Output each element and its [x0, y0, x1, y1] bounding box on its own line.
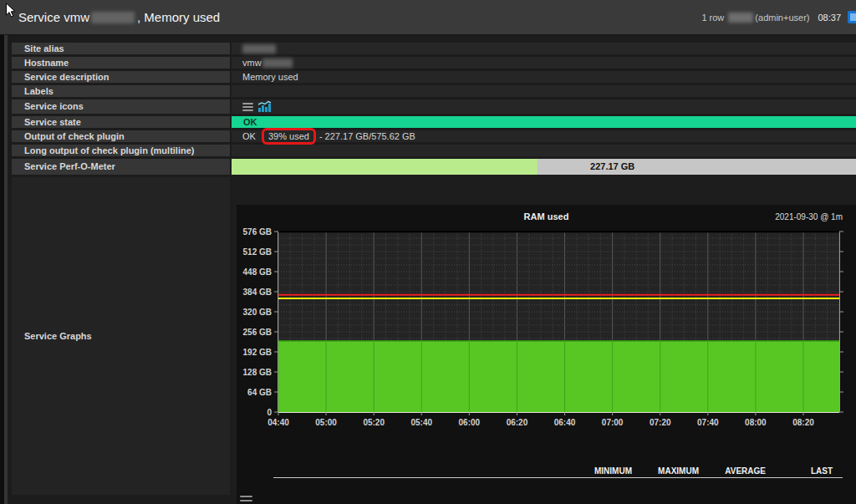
table-row-service-icons: Service icons — [12, 99, 856, 114]
table-row-service-graphs: Service Graphs RAM used 2021-09-30 @ 1m … — [12, 177, 856, 495]
left-strip — [4, 35, 8, 504]
svg-text:64 GB: 64 GB — [247, 388, 272, 397]
svg-text:512 GB: 512 GB — [243, 247, 272, 257]
svg-text:448 GB: 448 GB — [243, 267, 272, 277]
output-detail: - 227.17 GB/575.62 GB — [319, 130, 415, 142]
svg-text:192 GB: 192 GB — [243, 348, 272, 357]
row-label: Site alias — [12, 43, 230, 54]
graph-legend: MINIMUM MAXIMUM AVERAGE LAST RAM used 22… — [273, 442, 843, 504]
action-menu-icon[interactable] — [242, 103, 253, 111]
highlighted-text: 39% used — [268, 130, 309, 142]
labels-value — [232, 85, 856, 97]
row-count: 1 row — [701, 13, 724, 23]
svg-text:05:00: 05:00 — [315, 418, 337, 427]
page-title: Service vmw, Memory used — [18, 10, 220, 24]
ram-graph-panel[interactable]: RAM used 2021-09-30 @ 1m 064 GB128 GB192… — [237, 205, 856, 504]
row-label: Service Perf-O-Meter — [12, 159, 230, 175]
legend-header: LAST — [766, 466, 833, 477]
redacted-hostname — [262, 59, 293, 68]
svg-text:320 GB: 320 GB — [243, 308, 272, 317]
highlight-annotation-box: 39% used — [262, 128, 316, 145]
svg-text:07:00: 07:00 — [602, 418, 624, 427]
ram-graph-plot[interactable]: 064 GB128 GB192 GB256 GB320 GB384 GB448 … — [237, 205, 856, 430]
svg-text:07:40: 07:40 — [697, 418, 719, 427]
legend-header: MAXIMUM — [632, 466, 699, 477]
table-row-long-output: Long output of check plugin (multiline) — [12, 145, 856, 156]
svg-text:08:00: 08:00 — [745, 418, 767, 427]
row-label: Hostname — [12, 57, 230, 69]
redacted-hostname-title — [91, 12, 135, 23]
service-graphs-cell: RAM used 2021-09-30 @ 1m 064 GB128 GB192… — [232, 177, 856, 495]
legend-header: AVERAGE — [699, 466, 766, 477]
site-alias-value — [232, 43, 856, 54]
page-title-prefix: Service vmw — [18, 10, 89, 24]
table-row-site-alias: Site alias — [12, 43, 856, 54]
legend-header-row: MINIMUM MAXIMUM AVERAGE LAST — [273, 466, 843, 478]
service-description-value[interactable]: Memory used — [232, 71, 856, 83]
page-title-suffix: , Memory used — [137, 10, 220, 24]
table-row-service-description: Service description Memory used — [12, 71, 856, 83]
help-doc-icon[interactable] — [848, 11, 856, 23]
svg-text:06:20: 06:20 — [507, 418, 528, 427]
clock-time: 08:37 — [818, 13, 841, 23]
perfometer-fill — [232, 159, 538, 175]
svg-text:05:20: 05:20 — [363, 418, 385, 427]
perfometer: 227.17 GB — [232, 159, 856, 175]
service-detail-table: Site alias Hostname vmw Service descript… — [12, 35, 856, 495]
perfometer-value: 227.17 GB — [590, 159, 634, 175]
svg-text:0: 0 — [267, 408, 272, 417]
hostname-value[interactable]: vmw — [232, 57, 856, 69]
row-label: Service state — [12, 116, 230, 128]
graph-menu-icon[interactable] — [238, 494, 254, 504]
table-row-service-state: Service state OK — [12, 116, 856, 128]
svg-text:05:40: 05:40 — [410, 418, 432, 427]
svg-text:04:40: 04:40 — [268, 418, 289, 427]
legend-header: MINIMUM — [565, 466, 632, 477]
svg-text:576 GB: 576 GB — [243, 227, 272, 237]
row-label: Service icons — [12, 99, 230, 114]
svg-text:256 GB: 256 GB — [243, 328, 272, 337]
svg-text:06:40: 06:40 — [554, 418, 576, 427]
table-row-labels: Labels — [12, 85, 856, 97]
mouse-cursor-icon — [5, 3, 17, 19]
table-row-hostname: Hostname vmw — [12, 57, 856, 69]
titlebar-status: 1 row (admin+user)08:37 — [701, 11, 856, 23]
redacted-site-alias — [242, 44, 276, 53]
row-label: Service Graphs — [12, 177, 230, 495]
hostname-prefix: vmw — [242, 57, 262, 69]
table-row-plugin-output: Output of check plugin OK 39% used- 227.… — [12, 130, 856, 142]
svg-text:128 GB: 128 GB — [243, 368, 272, 377]
svg-text:06:00: 06:00 — [459, 418, 481, 427]
svg-text:384 GB: 384 GB — [243, 288, 272, 297]
svg-text:08:20: 08:20 — [792, 418, 814, 427]
title-bar: Service vmw, Memory used 1 row (admin+us… — [0, 0, 856, 35]
user-role: (admin+user) — [755, 13, 809, 23]
row-label: Output of check plugin — [12, 130, 230, 142]
redacted-username — [728, 13, 753, 23]
row-label: Service description — [12, 71, 230, 83]
service-state-badge: OK — [232, 116, 856, 128]
long-output-value — [232, 145, 856, 156]
svg-text:07:20: 07:20 — [650, 418, 671, 427]
row-label: Labels — [12, 85, 230, 97]
table-row-perfometer: Service Perf-O-Meter 227.17 GB — [12, 159, 856, 175]
service-graph-icon[interactable] — [257, 100, 272, 113]
row-label: Long output of check plugin (multiline) — [12, 145, 230, 156]
output-state: OK — [242, 130, 258, 142]
plugin-output-value: OK 39% used- 227.17 GB/575.62 GB — [232, 130, 856, 142]
service-icons-value — [232, 99, 856, 114]
